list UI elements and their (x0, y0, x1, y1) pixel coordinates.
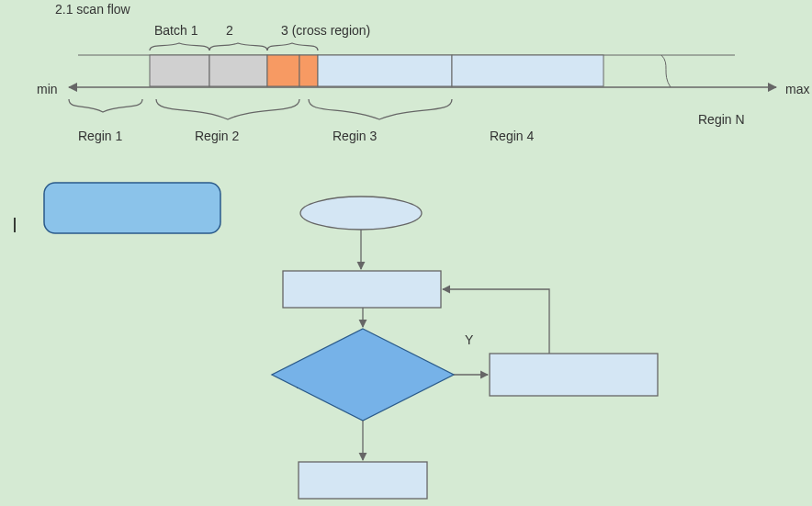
svg-rect-9 (44, 183, 220, 233)
svg-rect-5 (299, 55, 318, 86)
diagram-svg (0, 0, 812, 506)
svg-rect-6 (318, 55, 452, 86)
svg-rect-4 (267, 55, 299, 86)
svg-rect-14 (299, 462, 427, 499)
svg-rect-2 (150, 55, 209, 86)
svg-point-10 (300, 197, 422, 230)
svg-rect-11 (283, 271, 441, 308)
svg-rect-7 (452, 55, 603, 86)
svg-rect-3 (209, 55, 267, 86)
svg-rect-13 (490, 354, 658, 396)
svg-marker-12 (272, 329, 454, 421)
